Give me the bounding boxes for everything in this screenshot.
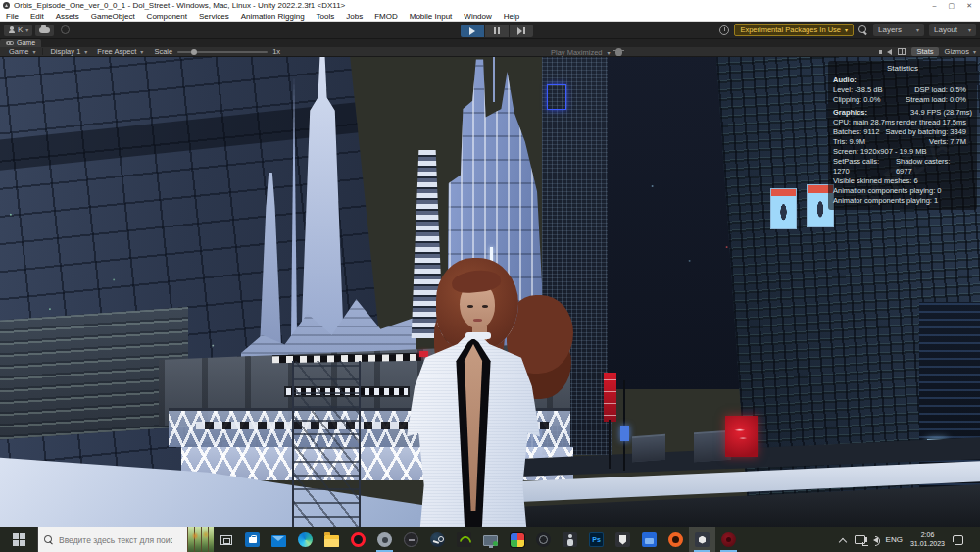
close-button[interactable]: ✕ (966, 2, 972, 10)
play-maximized-dropdown[interactable]: Play Maximized (551, 48, 603, 57)
stats-toggle-button[interactable]: Stats (911, 47, 938, 56)
camera-dropdown[interactable]: Game ▾ (4, 47, 40, 56)
taskbar-app-red-badge[interactable] (715, 527, 742, 552)
chevron-down-icon: ▾ (973, 48, 976, 55)
chevron-down-icon: ▾ (916, 26, 919, 33)
taskbar-search[interactable] (37, 527, 214, 552)
account-button[interactable]: K ▾ (4, 25, 32, 36)
volume-icon[interactable] (873, 537, 878, 543)
debug-icon[interactable] (615, 48, 622, 56)
stats-row: Animation components playing: 0 (833, 186, 972, 196)
taskbar-app-unity[interactable] (689, 527, 715, 552)
game-view-toolbar: Game ▾ Display 1 ▾ Free Aspect ▾ Scale 1… (0, 47, 980, 57)
taskbar-app-rubiks[interactable] (504, 527, 530, 552)
orange-ring-app-icon (668, 532, 683, 547)
search-input[interactable] (59, 535, 172, 545)
scale-slider[interactable] (177, 51, 268, 53)
taskbar-app-epic[interactable] (610, 527, 636, 552)
undo-history-icon[interactable] (719, 25, 729, 35)
menu-file[interactable]: File (0, 12, 24, 21)
billboard-red (725, 416, 758, 457)
chevron-down-icon: ▾ (140, 48, 143, 55)
gizmos-dropdown[interactable]: Gizmos ▾ (945, 47, 976, 56)
menu-mobile-input[interactable]: Mobile Input (404, 12, 459, 21)
account-initial: K (18, 25, 23, 34)
pause-icon (494, 27, 500, 34)
menu-component[interactable]: Component (141, 12, 193, 21)
opera-icon (351, 532, 366, 547)
menu-tools[interactable]: Tools (311, 12, 341, 21)
taskbar-app-blue-desk[interactable] (636, 527, 662, 552)
task-view-button[interactable] (214, 527, 239, 552)
taskbar-app-photoshop[interactable]: Ps (583, 527, 610, 552)
menu-services[interactable]: Services (193, 12, 235, 21)
play-controls (461, 25, 533, 37)
small-blue-sign (620, 426, 629, 441)
step-button[interactable] (510, 25, 533, 37)
maximize-button[interactable]: ▢ (949, 2, 956, 10)
taskbar-app-shield[interactable] (371, 527, 398, 552)
banner-pole (609, 420, 611, 469)
stats-row: CPU: main 28.7msrender thread 17.5ms (833, 118, 972, 127)
version-control-icon[interactable] (61, 25, 70, 34)
menu-bar: File Edit Assets GameObject Component Se… (0, 11, 980, 22)
taskbar-app-dark-badge[interactable] (398, 527, 424, 552)
rubiks-cube-app-icon (511, 533, 524, 547)
game-viewport[interactable]: MPLA Statistics Audio: Level: -38.5 dBDS… (0, 57, 980, 527)
start-button[interactable] (0, 527, 37, 552)
menu-edit[interactable]: Edit (24, 12, 50, 21)
taskbar-app-opera[interactable] (345, 527, 371, 552)
taskbar-app-explorer[interactable] (318, 527, 345, 552)
step-icon (517, 27, 525, 35)
taskbar-app-figure[interactable] (557, 527, 583, 552)
cloud-button[interactable] (35, 25, 54, 36)
taskbar-app-pc[interactable] (477, 527, 504, 552)
display-dropdown[interactable]: Display 1 ▾ (45, 47, 92, 56)
metrics-grid-icon[interactable] (898, 48, 906, 55)
epic-games-icon (615, 532, 630, 547)
menu-fmod[interactable]: FMOD (368, 12, 404, 21)
taskbar-app-store[interactable] (239, 527, 266, 552)
taskbar-app-edge[interactable] (292, 527, 318, 552)
notifications-icon[interactable] (953, 535, 963, 545)
building-band (0, 102, 358, 176)
aspect-dropdown[interactable]: Free Aspect ▾ (92, 47, 148, 56)
mute-audio-icon[interactable] (887, 49, 892, 55)
taskbar-app-steam[interactable] (424, 527, 451, 552)
scale-slider-knob[interactable] (191, 49, 197, 55)
window-title: Orbis_Episode_One_ver_0_0_1 - Dol_Street… (14, 1, 345, 10)
menu-animation-rigging[interactable]: Animation Rigging (235, 12, 311, 21)
search-highlight-image[interactable] (187, 527, 214, 552)
billboard-blue-1 (770, 188, 797, 229)
taskbar-app-mail[interactable] (266, 527, 292, 552)
dark-badge-app-icon (404, 532, 418, 547)
experimental-packages-label: Experimental Packages In Use (740, 25, 841, 34)
window-controls: – ▢ ✕ (933, 2, 980, 10)
taskbar-app-ring[interactable] (530, 527, 557, 552)
taskbar-clock[interactable]: 2:06 31.01.2023 (910, 531, 945, 548)
language-indicator[interactable]: ENG (886, 535, 903, 544)
scale-control: Scale 1x (148, 47, 286, 56)
taskbar-app-nvidia[interactable] (451, 527, 477, 552)
audio-heading: Audio: (833, 75, 972, 85)
taskbar-app-orange-ring[interactable] (662, 527, 689, 552)
layers-dropdown[interactable]: Layers ▾ (873, 24, 924, 36)
file-explorer-icon (324, 535, 339, 547)
menu-help[interactable]: Help (498, 12, 525, 21)
hidden-icons-chevron[interactable] (839, 536, 847, 544)
minimize-button[interactable]: – (933, 2, 937, 10)
experimental-packages-warning[interactable]: Experimental Packages In Use ▾ (734, 24, 854, 36)
menu-window[interactable]: Window (458, 12, 497, 21)
menu-jobs[interactable]: Jobs (340, 12, 368, 21)
pause-button[interactable] (485, 25, 509, 37)
stats-overlay: Statistics Audio: Level: -38.5 dBDSP loa… (828, 61, 977, 210)
play-button[interactable] (461, 25, 484, 37)
stats-label: Stats (916, 47, 933, 56)
search-icon[interactable] (858, 25, 868, 35)
photoshop-icon: Ps (589, 532, 604, 547)
menu-gameobject[interactable]: GameObject (85, 12, 141, 21)
tab-game[interactable]: Game (0, 39, 41, 47)
layout-dropdown[interactable]: Layout ▾ (929, 24, 976, 36)
menu-assets[interactable]: Assets (50, 12, 85, 21)
title-bar: Orbis_Episode_One_ver_0_0_1 - Dol_Street… (0, 0, 980, 11)
